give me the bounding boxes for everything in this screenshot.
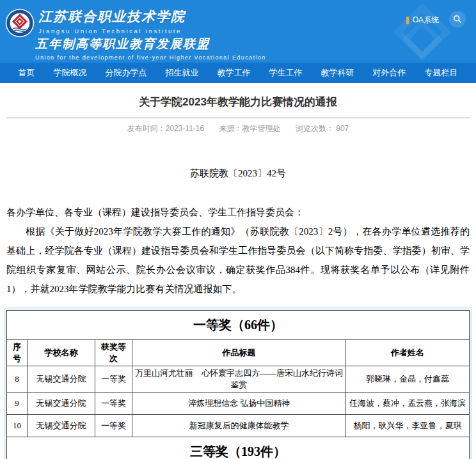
body-paragraph: 根据《关于做好2023年学院教学大赛工作的通知》（苏联院教〔2023〕2号），在… bbox=[6, 222, 470, 299]
cell-authors: 郭晓琳，金晶，付鑫蕊 bbox=[346, 366, 470, 393]
table-row: 10 无锡交通分院 一等奖 新冠康复后的健康体能教学 杨阳，耿兴华，李亚鲁，夏琪 bbox=[7, 415, 470, 437]
cell-index: 10 bbox=[7, 415, 28, 437]
nav-item-branches[interactable]: 分院办学点 bbox=[106, 67, 147, 79]
view-count: 浏览次数： 807 bbox=[296, 124, 349, 133]
alliance-name-en: Union for the development of five-year H… bbox=[35, 54, 266, 61]
site-header: 江苏联合职业技术学院 Jiangsu Union Technical Insti… bbox=[0, 0, 476, 63]
cell-work-title: 万里山河尤壮丽 心怀寰宇志四方——唐宋山水纪行诗词鉴赏 bbox=[132, 366, 346, 393]
alliance-name-block: 五年制高等职业教育发展联盟 Union for the development … bbox=[35, 36, 266, 61]
section-title-label: 三等奖（193件） bbox=[7, 437, 470, 459]
search-button[interactable] bbox=[449, 11, 466, 27]
title-divider bbox=[6, 118, 470, 118]
nav-item-home[interactable]: 首页 bbox=[19, 67, 35, 79]
section-title-label: 一等奖（66件） bbox=[7, 311, 470, 340]
cell-index: 9 bbox=[7, 393, 28, 415]
section-title-first-prize: 一等奖（66件） bbox=[7, 311, 470, 340]
section-title-third-prize: 三等奖（193件） bbox=[7, 437, 470, 459]
award-table-container: 一等奖（66件） 序号 学校名称 获奖等次 作品标题 作者姓名 8 无锡交通分院… bbox=[4, 307, 472, 459]
nav-item-research[interactable]: 教学科研 bbox=[321, 67, 354, 79]
nav-item-cooperation[interactable]: 对外合作 bbox=[373, 67, 406, 79]
article-meta: 发布时间：2023-11-16 来源：教学管理处 浏览次数： 807 bbox=[6, 123, 470, 134]
article-source: 来源：教学管理处 bbox=[219, 124, 281, 133]
table-row: 8 无锡交通分院 一等奖 万里山河尤壮丽 心怀寰宇志四方——唐宋山水纪行诗词鉴赏… bbox=[7, 366, 470, 393]
nav-item-special-topics[interactable]: 专题栏目 bbox=[425, 67, 458, 79]
nav-item-student-work[interactable]: 学生工作 bbox=[269, 67, 303, 79]
cell-authors: 任海波，蔡冲，孟云燕，张海滨 bbox=[346, 393, 470, 415]
col-school: 学校名称 bbox=[28, 340, 95, 366]
col-work-title: 作品标题 bbox=[132, 340, 346, 366]
cell-school: 无锡交通分院 bbox=[28, 366, 95, 393]
cell-authors: 杨阳，耿兴华，李亚鲁，夏琪 bbox=[346, 415, 470, 437]
document-number: 苏联院教〔2023〕42号 bbox=[6, 167, 470, 180]
page-title: 关于学院2023年教学能力比赛情况的通报 bbox=[6, 95, 470, 109]
cell-award-level: 一等奖 bbox=[95, 393, 132, 415]
nav-item-teaching[interactable]: 教学工作 bbox=[218, 67, 251, 79]
table-header-row: 序号 学校名称 获奖等次 作品标题 作者姓名 bbox=[7, 340, 470, 366]
cell-award-level: 一等奖 bbox=[95, 415, 132, 437]
cell-award-level: 一等奖 bbox=[95, 366, 132, 393]
col-award-level: 获奖等次 bbox=[95, 340, 132, 366]
cell-school: 无锡交通分院 bbox=[28, 393, 95, 415]
article-content: 关于学院2023年教学能力比赛情况的通报 发布时间：2023-11-16 来源：… bbox=[0, 95, 476, 459]
col-index: 序号 bbox=[7, 340, 28, 366]
col-authors: 作者姓名 bbox=[346, 340, 470, 366]
cell-work-title: 新冠康复后的健康体能教学 bbox=[132, 415, 346, 437]
oa-system-label: OA系统 bbox=[413, 15, 439, 26]
nav-item-overview[interactable]: 学院概况 bbox=[54, 67, 87, 79]
cell-index: 8 bbox=[7, 366, 28, 393]
table-row: 9 无锡交通分院 一等奖 淬炼理想信念 弘扬中国精神 任海波，蔡冲，孟云燕，张海… bbox=[7, 393, 470, 415]
cell-work-title: 淬炼理想信念 弘扬中国精神 bbox=[132, 393, 346, 415]
cell-school: 无锡交通分院 bbox=[28, 415, 95, 437]
school-name-cn: 江苏联合职业技术学院 bbox=[38, 8, 186, 26]
salutation: 各办学单位、各专业（课程）建设指导委员会、学生工作指导委员会： bbox=[6, 203, 470, 222]
school-name-block: 江苏联合职业技术学院 Jiangsu Union Technical Insti… bbox=[38, 8, 186, 35]
school-logo-icon bbox=[5, 8, 35, 38]
school-name-en: Jiangsu Union Technical Institute bbox=[38, 27, 186, 35]
oa-system-link[interactable]: OA系统 bbox=[406, 15, 439, 26]
nav-item-admissions[interactable]: 招生就业 bbox=[166, 67, 199, 79]
main-nav: 首页 学院概况 分院办学点 招生就业 教学工作 学生工作 教学科研 对外合作 专… bbox=[0, 63, 476, 83]
publish-time: 发布时间：2023-11-16 bbox=[127, 124, 205, 133]
oa-accent-bar bbox=[406, 17, 409, 24]
award-table: 一等奖（66件） 序号 学校名称 获奖等次 作品标题 作者姓名 8 无锡交通分院… bbox=[6, 310, 470, 459]
header-watermark-logo-shape bbox=[393, 3, 452, 61]
alliance-name-cn: 五年制高等职业教育发展联盟 bbox=[35, 36, 266, 52]
search-icon bbox=[453, 15, 462, 24]
